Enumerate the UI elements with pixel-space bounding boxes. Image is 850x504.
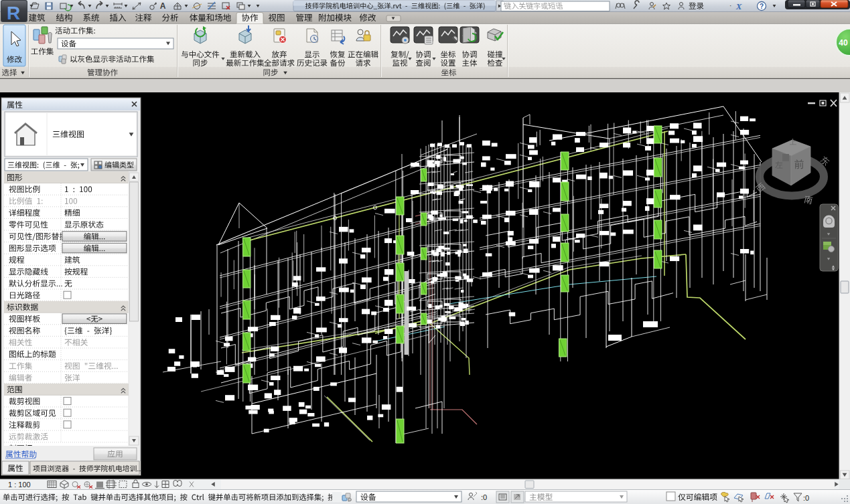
svg-text:40: 40 [839,38,848,48]
svg-text::0: :0 [803,494,809,502]
svg-text:·: · [729,2,731,9]
svg-text:X: X [735,1,742,11]
svg-text:1 : 100: 1 : 100 [8,481,31,489]
svg-text:R: R [7,3,20,23]
svg-text:A: A [160,1,166,11]
svg-text::0: :0 [481,493,487,501]
svg-text:?: ? [760,3,764,10]
